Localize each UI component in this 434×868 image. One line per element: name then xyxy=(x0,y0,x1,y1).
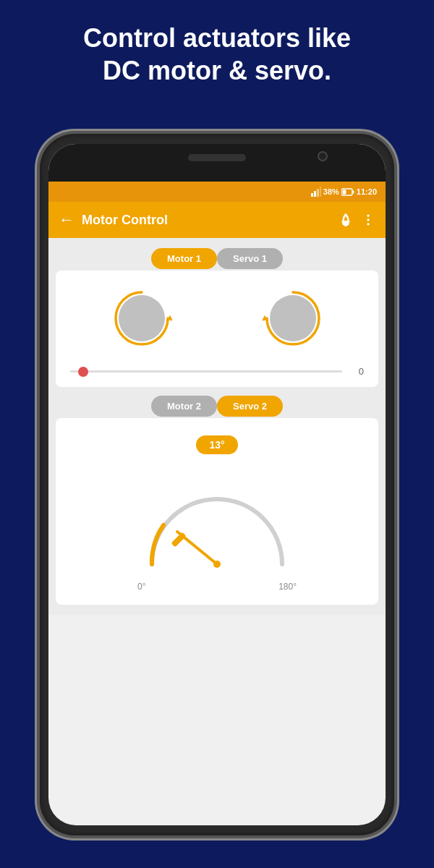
tab-servo2[interactable]: Servo 2 xyxy=(217,396,283,417)
tab-motor1[interactable]: Motor 1 xyxy=(151,248,217,269)
app-content: Motor 1 Servo 1 xyxy=(48,238,386,615)
more-icon[interactable] xyxy=(361,213,375,227)
notch-bar xyxy=(48,144,386,182)
signal-icon xyxy=(311,187,321,197)
dial-right-svg xyxy=(257,282,329,354)
servo-label-start: 0° xyxy=(137,582,145,592)
status-icons: 38% 11:20 xyxy=(311,187,377,197)
slider-thumb[interactable] xyxy=(78,367,88,377)
phone-frame: 38% 11:20 ← Motor Control xyxy=(40,134,394,835)
section1: Motor 1 Servo 1 xyxy=(56,248,378,387)
dial-right[interactable] xyxy=(257,282,329,354)
toolbar-title: Motor Control xyxy=(82,213,331,228)
motor-dials-row xyxy=(66,282,368,354)
svg-point-12 xyxy=(270,295,316,341)
svg-point-9 xyxy=(367,223,369,225)
status-bar: 38% 11:20 xyxy=(48,182,386,202)
svg-rect-5 xyxy=(352,190,354,193)
section2-tabs: Motor 2 Servo 2 xyxy=(56,396,378,417)
svg-rect-0 xyxy=(311,193,313,197)
svg-rect-2 xyxy=(317,189,319,197)
battery-icon xyxy=(341,188,354,196)
time-text: 11:20 xyxy=(357,187,377,196)
section1-tabs: Motor 1 Servo 1 xyxy=(56,248,378,269)
svg-point-8 xyxy=(367,218,369,221)
servo2-container: 13° xyxy=(66,430,368,595)
app-toolbar: ← Motor Control xyxy=(48,202,386,238)
svg-point-15 xyxy=(213,561,221,568)
servo-labels: 0° 180° xyxy=(137,582,297,592)
dial-left[interactable] xyxy=(106,282,178,354)
motor1-card: 0 xyxy=(56,271,378,387)
servo-label-end: 180° xyxy=(278,582,297,592)
battery-text: 38% xyxy=(323,187,339,196)
notch-camera xyxy=(318,151,328,161)
notch-speaker xyxy=(188,154,246,161)
svg-point-7 xyxy=(367,215,369,217)
tab-servo1[interactable]: Servo 1 xyxy=(217,248,283,269)
header-text: Control actuators like DC motor & servo. xyxy=(0,22,434,87)
motor1-slider-row: 0 xyxy=(66,366,368,377)
phone-screen: 38% 11:20 ← Motor Control xyxy=(48,144,386,825)
slider-value: 0 xyxy=(349,366,364,377)
svg-rect-3 xyxy=(320,187,321,197)
rocket-icon[interactable] xyxy=(338,212,354,228)
motor1-slider-track[interactable] xyxy=(70,370,342,373)
servo-gauge-svg xyxy=(137,463,297,579)
section2: Motor 2 Servo 2 13° xyxy=(56,396,378,605)
tab-motor2[interactable]: Motor 2 xyxy=(151,396,217,417)
dial-left-svg xyxy=(106,282,178,354)
back-button[interactable]: ← xyxy=(59,210,75,229)
servo-angle-badge: 13° xyxy=(196,435,237,454)
svg-rect-6 xyxy=(342,190,346,194)
servo2-card: 13° xyxy=(56,418,378,605)
svg-rect-1 xyxy=(314,191,316,197)
svg-point-10 xyxy=(119,295,165,341)
